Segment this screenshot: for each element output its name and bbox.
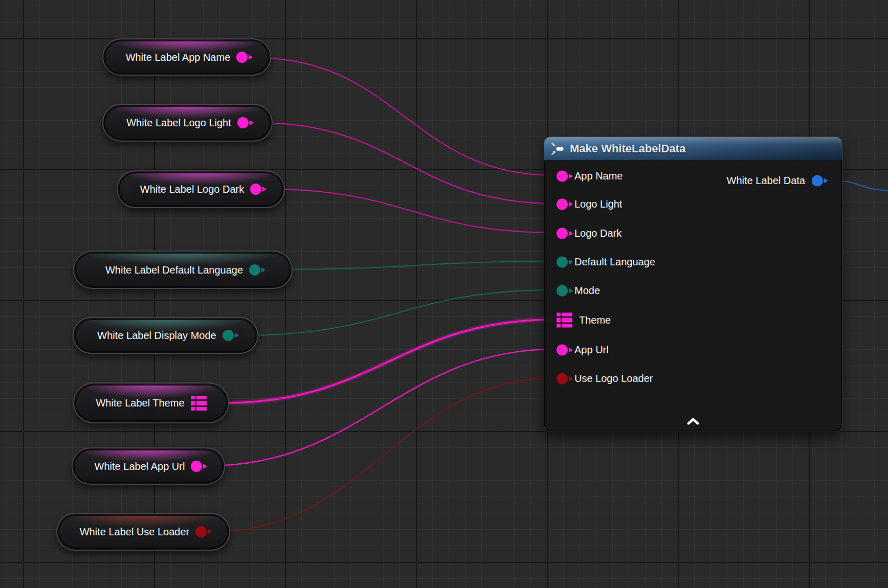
getter-node-label: White Label Theme: [96, 398, 184, 408]
make-whitelabeldata-node[interactable]: Make WhiteLabelData App NameLogo LightLo…: [544, 137, 842, 432]
make-input-row-theme: Theme: [557, 313, 611, 328]
input-pin-app-url[interactable]: [557, 344, 568, 355]
getter-node-app-name[interactable]: White Label App Name: [102, 38, 271, 76]
getter-node-logo-dark[interactable]: White Label Logo Dark: [117, 170, 285, 208]
wire-logo-dark[interactable]: [268, 189, 555, 233]
getter-node-label: White Label Default Language: [105, 265, 243, 275]
input-pin-use-logo-loader[interactable]: [557, 373, 568, 384]
make-node-header: Make WhiteLabelData: [544, 137, 842, 161]
make-input-row-default-language: Default Language: [557, 256, 655, 268]
input-pin-label: Mode: [574, 285, 600, 297]
input-pin-logo-light[interactable]: [557, 198, 568, 210]
getter-node-label: White Label Use Loader: [80, 527, 190, 537]
output-pin-logo-light[interactable]: [237, 117, 249, 128]
input-pin-label: App Url: [574, 344, 609, 356]
input-pin-logo-dark[interactable]: [557, 228, 568, 239]
input-pin-label: Logo Dark: [574, 228, 621, 239]
getter-node-label: White Label App Url: [95, 461, 185, 471]
input-pin-app-name[interactable]: [557, 170, 568, 182]
getter-node-theme[interactable]: White Label Theme: [73, 382, 229, 423]
output-pin-theme-struct-pin-icon[interactable]: [191, 396, 207, 411]
make-input-row-use-logo-loader: Use Logo Loader: [557, 373, 653, 385]
getter-node-use-loader[interactable]: White Label Use Loader: [56, 513, 230, 551]
input-pin-label: Default Language: [574, 256, 655, 268]
wire-theme[interactable]: [224, 320, 555, 403]
make-input-row-app-url: App Url: [557, 344, 609, 356]
getter-node-default-language[interactable]: White Label Default Language: [73, 251, 293, 289]
wire-logo-light[interactable]: [257, 123, 555, 203]
output-pin-white-label-data[interactable]: [812, 175, 823, 186]
getter-node-label: White Label Display Mode: [97, 330, 216, 341]
output-pin-default-language[interactable]: [249, 264, 260, 276]
wire-default-language[interactable]: [276, 261, 555, 269]
make-node-title: Make WhiteLabelData: [570, 142, 685, 155]
make-input-row-mode: Mode: [557, 285, 600, 297]
getter-node-logo-light[interactable]: White Label Logo Light: [102, 104, 273, 142]
input-pin-mode[interactable]: [557, 285, 568, 296]
getter-node-app-url[interactable]: White Label App Url: [72, 447, 225, 485]
input-pin-label: Use Logo Loader: [574, 373, 653, 385]
output-pin-app-name[interactable]: [236, 52, 248, 63]
wire-display-mode[interactable]: [241, 290, 555, 335]
getter-node-display-mode[interactable]: White Label Display Mode: [73, 317, 258, 354]
output-pin-display-mode[interactable]: [223, 330, 234, 341]
make-struct-icon: [551, 142, 564, 155]
input-pin-label: Logo Light: [574, 198, 622, 210]
input-pin-label: App Name: [574, 170, 623, 182]
chevron-up-icon: [684, 417, 702, 427]
collapse-node-button[interactable]: [679, 416, 707, 429]
getter-node-label: White Label Logo Light: [126, 118, 231, 128]
output-pin-logo-dark[interactable]: [250, 184, 261, 195]
output-pin-label: White Label Data: [727, 175, 805, 187]
getter-node-label: White Label Logo Dark: [140, 184, 244, 194]
output-pin-use-loader[interactable]: [195, 526, 207, 537]
input-pin-theme-struct-pin-icon[interactable]: [557, 313, 572, 328]
make-input-row-app-name: App Name: [557, 170, 623, 182]
input-pin-default-language[interactable]: [557, 256, 568, 267]
output-pin-app-url[interactable]: [191, 461, 202, 472]
make-node-output-row: White Label Data: [727, 175, 823, 187]
input-pin-label: Theme: [579, 314, 611, 326]
make-input-row-logo-light: Logo Light: [557, 198, 622, 210]
getter-node-label: White Label App Name: [126, 52, 231, 62]
blueprint-graph-canvas[interactable]: White Label App NameWhite Label Logo Lig…: [0, 0, 888, 588]
wire-app-name[interactable]: [254, 58, 555, 175]
make-input-row-logo-dark: Logo Dark: [557, 228, 621, 239]
